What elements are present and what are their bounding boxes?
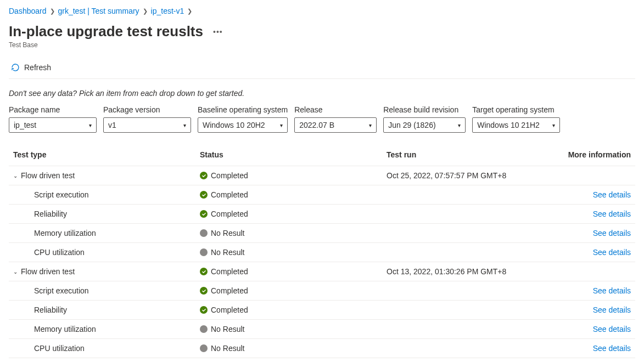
- dropdown-value: Windows 10 20H2: [203, 121, 265, 129]
- dropdown-package-name[interactable]: ip_test ▾: [9, 117, 97, 133]
- circle-icon: [200, 344, 208, 352]
- check-circle-icon: [200, 210, 208, 218]
- dropdown-value: ip_test: [14, 121, 36, 129]
- test-name: CPU utilization: [13, 344, 191, 353]
- status-text: Completed: [211, 171, 248, 180]
- table-group-row[interactable]: ⌄Flow driven testCompletedOct 13, 2022, …: [9, 262, 635, 281]
- filter-package-name: Package name ip_test ▾: [9, 105, 97, 133]
- table-row: ReliabilityCompletedSee details: [9, 301, 635, 320]
- see-details-link[interactable]: See details: [593, 248, 631, 257]
- filter-label: Package name: [9, 105, 97, 114]
- chevron-right-icon: ❯: [50, 8, 55, 15]
- table-row: CPU utilizationNo ResultSee details: [9, 243, 635, 262]
- filter-label: Release build revision: [383, 105, 466, 114]
- results-table: Test type Status Test run More informati…: [9, 145, 635, 358]
- test-name: Memory utilization: [13, 229, 191, 237]
- see-details-link[interactable]: See details: [593, 286, 631, 295]
- chevron-right-icon: ❯: [187, 8, 192, 15]
- check-circle-icon: [200, 306, 208, 314]
- group-name: Flow driven test: [21, 171, 75, 180]
- test-name: Script execution: [13, 190, 191, 199]
- table-row: Script executionCompletedSee details: [9, 185, 635, 205]
- table-group-row[interactable]: ⌄Flow driven testCompletedOct 25, 2022, …: [9, 166, 635, 185]
- see-details-link[interactable]: See details: [593, 229, 631, 237]
- filter-release-build: Release build revision Jun 29 (1826) ▾: [383, 105, 466, 133]
- page-title: In-place upgrade test reuslts: [9, 23, 203, 40]
- table-row: Memory utilizationNo ResultSee details: [9, 320, 635, 339]
- check-circle-icon: [200, 172, 208, 179]
- col-header-status[interactable]: Status: [195, 145, 382, 166]
- filter-row: Package name ip_test ▾ Package version v…: [9, 105, 635, 133]
- chevron-down-icon: ⌄: [13, 269, 18, 275]
- status-text: Completed: [211, 190, 248, 199]
- more-icon[interactable]: •••: [213, 27, 223, 36]
- page-header: In-place upgrade test reuslts •••: [9, 23, 635, 40]
- breadcrumb-link[interactable]: grk_test | Test summary: [58, 7, 139, 15]
- test-name: Script execution: [13, 286, 191, 295]
- status-text: Completed: [211, 267, 248, 276]
- table-row: Script executionCompletedSee details: [9, 281, 635, 301]
- dropdown-value: v1: [108, 121, 116, 129]
- refresh-icon: [11, 63, 20, 72]
- dropdown-target-os[interactable]: Windows 10 21H2 ▾: [472, 117, 560, 133]
- col-header-test-type[interactable]: Test type: [9, 145, 195, 166]
- see-details-link[interactable]: See details: [593, 210, 631, 218]
- dropdown-value: Jun 29 (1826): [388, 121, 435, 129]
- filter-baseline-os: Baseline operating system Windows 10 20H…: [198, 105, 288, 133]
- see-details-link[interactable]: See details: [593, 325, 631, 333]
- dropdown-value: Windows 10 21H2: [477, 121, 540, 129]
- col-header-more-info[interactable]: More information: [553, 145, 635, 166]
- status-text: Completed: [211, 286, 248, 295]
- chevron-down-icon: ▾: [458, 122, 461, 128]
- table-row: ReliabilityCompletedSee details: [9, 205, 635, 224]
- refresh-button[interactable]: Refresh: [11, 63, 51, 72]
- chevron-down-icon: ▾: [89, 122, 92, 128]
- see-details-link[interactable]: See details: [593, 344, 631, 353]
- see-details-link[interactable]: See details: [593, 306, 631, 314]
- filter-release: Release 2022.07 B ▾: [294, 105, 377, 133]
- filter-package-version: Package version v1 ▾: [103, 105, 191, 133]
- filter-label: Target operating system: [472, 105, 560, 114]
- status-text: No Result: [211, 229, 244, 237]
- chevron-right-icon: ❯: [143, 8, 148, 15]
- circle-icon: [200, 248, 208, 256]
- test-run-text: Oct 13, 2022, 01:30:26 PM GMT+8: [382, 262, 553, 281]
- chevron-down-icon: ▾: [552, 122, 555, 128]
- check-circle-icon: [200, 191, 208, 199]
- test-run-text: Oct 25, 2022, 07:57:57 PM GMT+8: [382, 166, 553, 185]
- status-text: Completed: [211, 306, 248, 314]
- table-row: Memory utilizationNo ResultSee details: [9, 224, 635, 243]
- dropdown-value: 2022.07 B: [299, 121, 334, 129]
- filter-label: Baseline operating system: [198, 105, 288, 114]
- dropdown-release[interactable]: 2022.07 B ▾: [294, 117, 377, 133]
- toolbar: Refresh: [9, 59, 635, 79]
- breadcrumb-link[interactable]: Dashboard: [9, 7, 47, 15]
- dropdown-package-version[interactable]: v1 ▾: [103, 117, 191, 133]
- dropdown-release-build[interactable]: Jun 29 (1826) ▾: [383, 117, 466, 133]
- status-text: No Result: [211, 248, 244, 257]
- chevron-down-icon: ⌄: [13, 173, 18, 179]
- chevron-down-icon: ▾: [183, 122, 186, 128]
- dropdown-baseline-os[interactable]: Windows 10 20H2 ▾: [198, 117, 288, 133]
- status-text: No Result: [211, 325, 244, 333]
- circle-icon: [200, 325, 208, 333]
- chevron-down-icon: ▾: [280, 122, 283, 128]
- circle-icon: [200, 229, 208, 237]
- test-name: CPU utilization: [13, 248, 191, 257]
- filter-target-os: Target operating system Windows 10 21H2 …: [472, 105, 560, 133]
- refresh-label: Refresh: [24, 63, 51, 72]
- filter-label: Release: [294, 105, 377, 114]
- check-circle-icon: [200, 268, 208, 275]
- test-name: Memory utilization: [13, 325, 191, 333]
- breadcrumb: Dashboard ❯ grk_test | Test summary ❯ ip…: [9, 7, 635, 15]
- group-name: Flow driven test: [21, 267, 75, 276]
- test-name: Reliability: [13, 306, 191, 314]
- col-header-test-run[interactable]: Test run: [382, 145, 553, 166]
- table-row: CPU utilizationNo ResultSee details: [9, 339, 635, 358]
- chevron-down-icon: ▾: [369, 122, 372, 128]
- see-details-link[interactable]: See details: [593, 190, 631, 199]
- check-circle-icon: [200, 287, 208, 295]
- page-subtitle: Test Base: [9, 41, 635, 49]
- breadcrumb-link[interactable]: ip_test-v1: [151, 7, 184, 15]
- status-text: Completed: [211, 210, 248, 218]
